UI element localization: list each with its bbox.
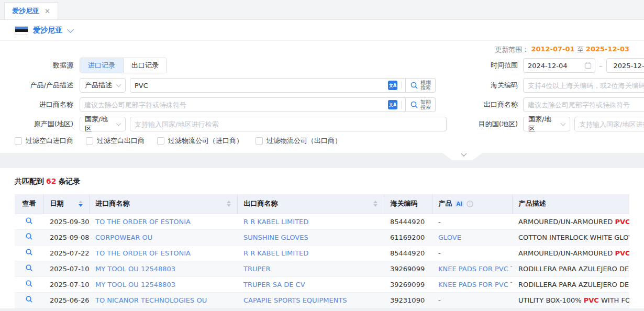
summary-prefix: 共匹配到 [15,177,44,185]
view-record-button[interactable] [25,295,33,303]
cell-importer-link[interactable]: MY TOOL OU 12548803 [89,261,237,276]
column-header-view: 查看 [15,194,43,214]
cell-importer-link[interactable]: CORPOWEAR OU [89,229,237,245]
sort-control[interactable] [79,201,83,207]
country-name: 爱沙尼亚 [33,26,62,35]
search-icon [25,280,33,287]
cell-exporter-link[interactable]: R R KABEL LIMITED [237,245,384,261]
hs-code-label: 海关编码 [472,81,518,90]
cell-product: - [432,245,512,261]
cell-hs-code: 39269099 [384,276,432,292]
importer-input[interactable] [80,97,406,112]
cell-hs-code: 61169200 [384,229,432,245]
checkbox-filter-logistics-exporter[interactable]: 过滤物流公司（出口商） [256,136,341,146]
date-end-input[interactable] [606,58,644,73]
destination-country-input[interactable] [574,117,644,131]
cell-hs-code: 39269099 [384,261,432,276]
cell-importer-link[interactable]: TO THE ORDER OF ESTONIA [89,214,237,229]
cell-exporter-link[interactable]: SUNSHINE GLOVES [237,229,384,245]
translate-icon[interactable]: 文A [388,81,397,90]
origin-country-input[interactable] [130,117,447,131]
cell-product-link[interactable]: KNEE PADS FOR PVC T... [432,261,512,276]
cell-date: 2025-07-10 [43,276,89,292]
chevron-down-icon [67,26,74,33]
checkbox-icon[interactable] [15,137,22,145]
cell-product-link[interactable]: KNEE PADS FOR PVC T... [432,276,512,292]
cell-exporter-link[interactable]: TRUPER [237,261,384,276]
cell-description: RODILLERA PARA AZULEJERO DE PVC [512,276,629,292]
calendar-icon [584,62,592,69]
exporter-input[interactable] [523,97,644,112]
checkbox-icon[interactable] [86,137,93,145]
checkbox-icon[interactable] [157,137,164,145]
time-range-label: 时间范围 [472,61,518,70]
cell-exporter-link[interactable]: CAPAPIE SPORTS EQUIPMENTS [237,292,384,308]
table-row: 2025-09-30 TO THE ORDER OF ESTONIA R R K… [15,214,629,229]
highlighted-keyword: PVC [615,249,629,257]
cell-description: RODILLERA PARA AZULEJERO DE PVC [512,261,629,276]
column-header-exporter[interactable]: 出口商名称 [237,194,384,214]
cell-description: UTILITY BOX-100% PVC WITH FOAM [512,292,629,308]
divider [401,101,402,108]
update-range-start: 2012-07-01 [531,45,574,54]
column-header-date[interactable]: 日期 [43,194,89,214]
translate-icon[interactable]: 文A [388,100,397,109]
sort-control[interactable] [227,201,231,207]
view-record-button[interactable] [25,280,33,287]
column-header-description: 产品描述 [512,194,629,214]
checkbox-icon[interactable] [256,137,263,145]
table-header-row: 查看 日期 进口商名称 出口商名称 海关编码 产品AI 产品描述 [15,194,629,214]
view-record-button[interactable] [25,248,33,256]
origin-type-select[interactable]: 国家/地区 [80,117,126,131]
smart-search-button[interactable]: 智能搜索 [406,97,436,112]
cell-importer-link[interactable]: TO NICANOR TECHNOLOGIES OU [89,292,237,308]
product-type-select[interactable]: 产品描述 [80,78,126,93]
cell-product-link[interactable]: GLOVE [432,229,512,245]
info-icon[interactable] [467,201,473,207]
fuzzy-label-1: 模糊 [420,80,431,85]
checkbox-filter-logistics-importer[interactable]: 过滤物流公司（进口商） [157,136,243,146]
column-header-importer[interactable]: 进口商名称 [89,194,237,214]
table-row: 2025-09-08 CORPOWEAR OU SUNSHINE GLOVES … [15,229,629,245]
destination-country-label: 目的国(地区) [472,119,518,129]
highlighted-keyword: PVC [615,218,629,226]
table-row: 2025-07-10 MY TOOL OU 12548803 TRUPER 39… [15,261,629,276]
destination-type-select[interactable]: 国家/地区 [523,117,570,131]
close-icon[interactable]: ✕ [45,7,50,15]
cell-date: 2025-06-26 [43,292,89,308]
table-row: 2025-06-26 TO NICANOR TECHNOLOGIES OU CA… [15,292,629,308]
column-header-hs-code: 海关编码 [384,194,432,214]
datasource-export-button[interactable]: 出口记录 [123,58,166,73]
tab-estonia[interactable]: 爱沙尼亚 ✕ [4,2,58,19]
table-row: 2025-07-22 TO THE ORDER OF ESTONIA R R K… [15,245,629,261]
hs-code-input[interactable] [523,78,644,93]
divider [401,82,402,89]
datasource-import-button[interactable]: 进口记录 [80,58,123,73]
cell-exporter-link[interactable]: R R KABEL LIMITED [237,214,384,229]
cell-importer-link[interactable]: MY TOOL OU 12548803 [89,276,237,292]
product-label: 产品/产品描述 [15,81,73,90]
cell-product: - [432,292,512,308]
filter-checkboxes: 过滤空白进口商 过滤空白出口商 过滤物流公司（进口商） 过滤物流公司（出口商） [15,136,629,146]
fuzzy-label-2: 搜索 [420,85,431,91]
update-range-end: 2025-12-03 [586,45,629,54]
view-record-button[interactable] [25,217,33,225]
country-selector[interactable]: 爱沙尼亚 [0,20,644,40]
view-record-button[interactable] [25,232,33,240]
cell-exporter-link[interactable]: TRUPER SA DE CV [237,276,384,292]
search-icon [25,295,33,303]
cell-hs-code: 39231090 [384,292,432,308]
search-icon [25,264,33,272]
results-panel: 共匹配到62条记录 查看 日期 进口商名称 出口商名称 海关编码 产品AI 产品… [0,168,644,308]
fuzzy-search-button[interactable]: 模糊搜索 [406,78,436,93]
checkbox-filter-blank-exporter[interactable]: 过滤空白出口商 [86,136,145,146]
cell-description: ARMOURED/UN-ARMOURED PVC I... [512,214,629,229]
product-search-input[interactable] [130,78,406,93]
filter-panel: 爱沙尼亚 更新范围： 2012-07-01 至 2025-12-03 数据源 进… [0,20,644,153]
sort-control[interactable] [373,201,377,207]
update-range: 更新范围： 2012-07-01 至 2025-12-03 [15,45,629,54]
cell-importer-link[interactable]: TO THE ORDER OF ESTONIA [89,245,237,261]
view-record-button[interactable] [25,264,33,272]
checkbox-filter-blank-importer[interactable]: 过滤空白进口商 [15,136,73,146]
exporter-label: 出口商名称 [472,100,518,109]
